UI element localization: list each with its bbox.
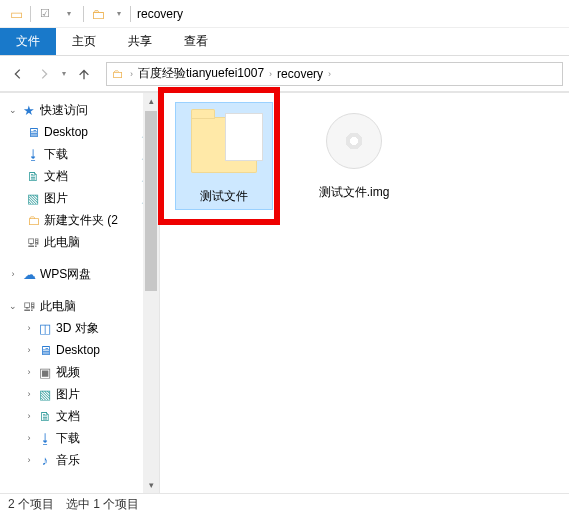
disc-thumbnail	[312, 103, 396, 179]
tab-home[interactable]: 主页	[56, 28, 112, 55]
breadcrumb-separator-icon: ›	[266, 69, 275, 79]
tree-quick-access[interactable]: ⌄ ★ 快速访问	[0, 99, 159, 121]
tab-file-label: 文件	[16, 33, 40, 50]
chevron-right-icon[interactable]: ›	[22, 455, 36, 465]
history-dropdown[interactable]: ▾	[58, 69, 70, 78]
chevron-right-icon[interactable]: ›	[22, 411, 36, 421]
tree-item-downloads2[interactable]: › ⭳ 下载	[0, 427, 159, 449]
main-area: ⌄ ★ 快速访问 🖥 Desktop 📌 ⭳ 下载 📌 🗎 文档 📌 ▧ 图片 …	[0, 92, 569, 493]
dropdown-icon[interactable]: ▾	[61, 6, 77, 22]
breadcrumb-item[interactable]: 百度经验tianyuefei1007	[136, 65, 266, 82]
pictures-icon: ▧	[24, 191, 42, 206]
cube-icon: ◫	[36, 321, 54, 336]
tree-item-documents2[interactable]: › 🗎 文档	[0, 405, 159, 427]
tree-item-newfolder[interactable]: 🗀 新建文件夹 (2	[0, 209, 159, 231]
chevron-down-icon[interactable]: ⌄	[6, 105, 20, 115]
tab-share-label: 共享	[128, 33, 152, 50]
sidebar-scrollbar[interactable]: ▴ ▾	[143, 93, 159, 493]
pictures-icon: ▧	[36, 387, 54, 402]
breadcrumb-label: 百度经验tianyuefei1007	[138, 65, 264, 82]
chevron-right-icon[interactable]: ›	[22, 367, 36, 377]
chevron-right-icon[interactable]: ›	[22, 323, 36, 333]
address-bar[interactable]: 🗀 › 百度经验tianyuefei1007 › recovery ›	[106, 62, 563, 86]
tab-view[interactable]: 查看	[168, 28, 224, 55]
tree-item-pictures2[interactable]: › ▧ 图片	[0, 383, 159, 405]
title-dropdown-icon[interactable]: ▾	[114, 6, 124, 22]
video-icon: ▣	[36, 365, 54, 380]
tree-item-pictures[interactable]: ▧ 图片 📌	[0, 187, 159, 209]
pc-icon: 🖳	[24, 235, 42, 250]
folder-icon: 🗀	[24, 213, 42, 228]
chevron-right-icon[interactable]: ›	[22, 389, 36, 399]
tab-share[interactable]: 共享	[112, 28, 168, 55]
tree-label: 音乐	[56, 452, 80, 469]
status-count: 2 个项目	[8, 496, 54, 513]
ribbon-tabs: 文件 主页 共享 查看	[0, 28, 569, 56]
file-label: 测试文件	[178, 189, 270, 203]
tree-item-documents[interactable]: 🗎 文档 📌	[0, 165, 159, 187]
tree-label: 此电脑	[40, 298, 76, 315]
tab-file[interactable]: 文件	[0, 28, 56, 55]
file-label: 测试文件.img	[306, 185, 402, 199]
tree-item-desktop2[interactable]: › 🖥 Desktop	[0, 339, 159, 361]
tree-item-3d[interactable]: › ◫ 3D 对象	[0, 317, 159, 339]
tree-label: 视频	[56, 364, 80, 381]
music-icon: ♪	[36, 453, 54, 468]
tree-label: 快速访问	[40, 102, 88, 119]
scroll-up-icon[interactable]: ▴	[143, 93, 159, 109]
tree-item-thispc[interactable]: 🖳 此电脑	[0, 231, 159, 253]
status-bar: 2 个项目 选中 1 个项目	[0, 493, 569, 515]
item-grid: 测试文件 测试文件.img	[170, 103, 559, 209]
folder-small-icon: ▭	[8, 6, 24, 22]
tab-view-label: 查看	[184, 33, 208, 50]
tree-label: 新建文件夹 (2	[44, 212, 118, 229]
cloud-icon: ☁	[20, 267, 38, 282]
document-icon: 🗎	[24, 169, 42, 184]
navigation-bar: ▾ 🗀 › 百度经验tianyuefei1007 › recovery ›	[0, 56, 569, 92]
quick-access-checkbox-icon[interactable]: ☑	[37, 6, 53, 22]
file-item-folder[interactable]: 测试文件	[176, 103, 272, 209]
tree-label: 文档	[56, 408, 80, 425]
scroll-down-icon[interactable]: ▾	[143, 477, 159, 493]
download-icon: ⭳	[24, 147, 42, 162]
document-icon: 🗎	[36, 409, 54, 424]
chevron-right-icon[interactable]: ›	[22, 433, 36, 443]
scrollbar-thumb[interactable]	[145, 111, 157, 291]
separator	[130, 6, 131, 22]
navigation-pane: ⌄ ★ 快速访问 🖥 Desktop 📌 ⭳ 下载 📌 🗎 文档 📌 ▧ 图片 …	[0, 93, 160, 493]
up-button[interactable]	[72, 62, 96, 86]
breadcrumb-separator-icon: ›	[127, 69, 136, 79]
tree-item-desktop[interactable]: 🖥 Desktop 📌	[0, 121, 159, 143]
tree-item-music[interactable]: › ♪ 音乐	[0, 449, 159, 471]
tree-label: 下载	[44, 146, 68, 163]
tree-label: 3D 对象	[56, 320, 99, 337]
arrow-right-icon	[37, 67, 51, 81]
tree-label: 图片	[44, 190, 68, 207]
chevron-right-icon[interactable]: ›	[22, 345, 36, 355]
tree-item-downloads[interactable]: ⭳ 下载 📌	[0, 143, 159, 165]
forward-button[interactable]	[32, 62, 56, 86]
tree-wps[interactable]: › ☁ WPS网盘	[0, 263, 159, 285]
folder-icon: 🗀	[109, 67, 127, 81]
folder-icon: 🗀	[90, 6, 106, 22]
tree-label: 此电脑	[44, 234, 80, 251]
status-selected: 选中 1 个项目	[66, 496, 139, 513]
tree-item-videos[interactable]: › ▣ 视频	[0, 361, 159, 383]
breadcrumb-separator-icon: ›	[325, 69, 334, 79]
breadcrumb-item[interactable]: recovery	[275, 67, 325, 81]
window-title: recovery	[137, 7, 183, 21]
tree-thispc-root[interactable]: ⌄ 🖳 此电脑	[0, 295, 159, 317]
back-button[interactable]	[6, 62, 30, 86]
pc-icon: 🖳	[20, 299, 38, 314]
chevron-right-icon[interactable]: ›	[6, 269, 20, 279]
file-item-img[interactable]: 测试文件.img	[306, 103, 402, 209]
folder-thumbnail	[182, 107, 266, 183]
breadcrumb-label: recovery	[277, 67, 323, 81]
tree-label: WPS网盘	[40, 266, 91, 283]
desktop-icon: 🖥	[36, 343, 54, 358]
tree-label: 图片	[56, 386, 80, 403]
arrow-up-icon	[77, 67, 91, 81]
content-pane[interactable]: 测试文件 测试文件.img	[160, 93, 569, 493]
arrow-left-icon	[11, 67, 25, 81]
chevron-down-icon[interactable]: ⌄	[6, 301, 20, 311]
